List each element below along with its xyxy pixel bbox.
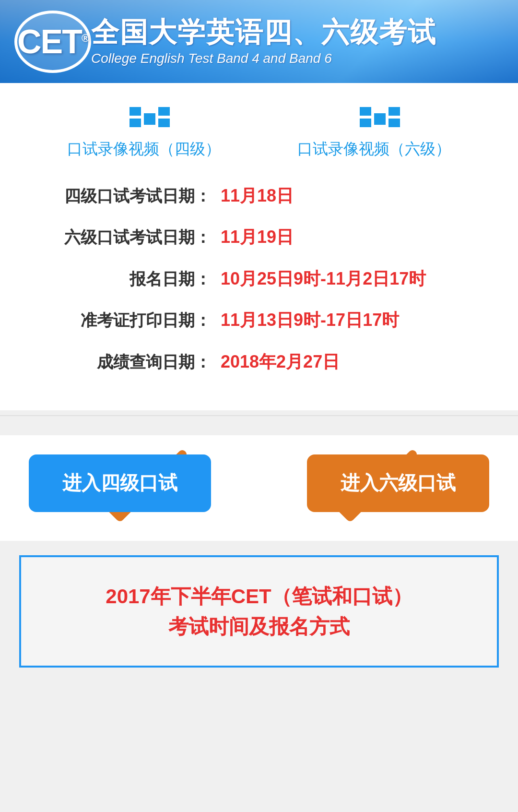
band6-date-label: 六级口试考试日期： (29, 227, 211, 249)
admit-value: 11月13日9时-17日17时 (221, 308, 489, 332)
video-link-band6-label: 口试录像视频（六级） (297, 139, 451, 160)
registered-mark: ® (82, 32, 88, 44)
registration-value: 10月25日9时-11月2日17时 (221, 267, 489, 291)
header-en-title: College English Test Band 4 and Band 6 (91, 51, 436, 66)
icon-square-1 (130, 107, 141, 116)
video-link-band6[interactable]: 口试录像视频（六级） (297, 107, 451, 160)
video-links-row: 口试录像视频（四级） 口试录像视频（六级） (29, 107, 489, 160)
results-row: 成绩查询日期： 2018年2月27日 (29, 350, 489, 374)
video-link-band4-label: 口试录像视频（四级） (67, 139, 221, 160)
registration-label: 报名日期： (29, 268, 211, 290)
band4-date-value: 11月18日 (221, 184, 489, 208)
icon-square-6 (360, 119, 371, 127)
buttons-section: 进入四级口试 进入六级口试 (0, 435, 518, 541)
bottom-banner-line1: 2017年下半年CET（笔试和口试） (40, 581, 478, 611)
video-icon-band6 (360, 107, 388, 131)
video-link-band4[interactable]: 口试录像视频（四级） (67, 107, 221, 160)
icon-square-tall (144, 113, 155, 125)
main-content: 口试录像视频（四级） 口试录像视频（六级） 四级口试考试日期： (0, 83, 518, 410)
video-icon-band4 (130, 107, 158, 131)
header-cn-title: 全国大学英语四、六级考试 (91, 17, 436, 48)
header-banner: CET® 全国大学英语四、六级考试 College English Test B… (0, 0, 518, 83)
section-divider (0, 415, 518, 416)
icon-square-3 (158, 107, 170, 116)
icon-square-8 (388, 119, 400, 127)
icon-square-5 (360, 107, 371, 116)
cet-logo: CET® (14, 11, 91, 73)
band4-date-row: 四级口试考试日期： 11月18日 (29, 184, 489, 208)
band4-enter-button[interactable]: 进入四级口试 (29, 454, 211, 512)
bottom-section: 2017年下半年CET（笔试和口试） 考试时间及报名方式 (0, 541, 518, 682)
band6-date-row: 六级口试考试日期： 11月19日 (29, 225, 489, 249)
bottom-banner-line2: 考试时间及报名方式 (40, 611, 478, 642)
band6-date-value: 11月19日 (221, 225, 489, 249)
results-value: 2018年2月27日 (221, 350, 489, 374)
cet-logo-text: CET® (17, 23, 88, 61)
header-title-block: 全国大学英语四、六级考试 College English Test Band 4… (91, 17, 436, 67)
icon-square-4 (158, 119, 170, 127)
cet-oval: CET® (14, 11, 91, 73)
results-label: 成绩查询日期： (29, 351, 211, 373)
admit-row: 准考证打印日期： 11月13日9时-17日17时 (29, 308, 489, 332)
band6-enter-button[interactable]: 进入六级口试 (307, 454, 489, 512)
bottom-banner[interactable]: 2017年下半年CET（笔试和口试） 考试时间及报名方式 (19, 555, 499, 668)
registration-row: 报名日期： 10月25日9时-11月2日17时 (29, 267, 489, 291)
page-bottom-space (0, 682, 518, 711)
admit-label: 准考证打印日期： (29, 310, 211, 332)
icon-square-7 (388, 107, 400, 116)
cet-abbreviation: CET (17, 23, 82, 60)
icon-square-tall-2 (374, 113, 386, 125)
band4-date-label: 四级口试考试日期： (29, 185, 211, 207)
info-table: 四级口试考试日期： 11月18日 六级口试考试日期： 11月19日 报名日期： … (29, 184, 489, 374)
icon-square-2 (130, 119, 141, 127)
